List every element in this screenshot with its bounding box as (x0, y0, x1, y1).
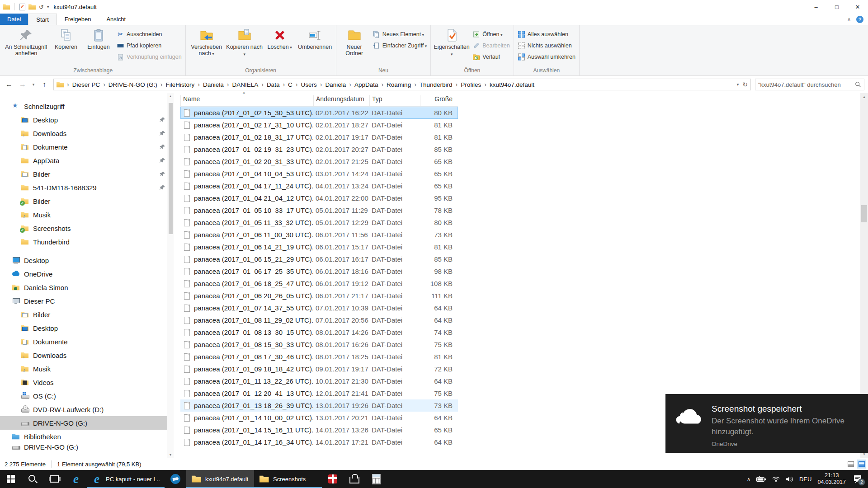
taskbar-button[interactable] (165, 470, 186, 488)
sidebar-item[interactable]: DRIVE-N-GO (G:) (0, 443, 174, 451)
sidebar-item[interactable]: Desktop (0, 253, 174, 267)
taskbar-button[interactable] (322, 470, 344, 488)
paste-button[interactable]: Einfügen (82, 26, 115, 64)
breadcrumb[interactable]: › Dieser PC › DRIVE-N-GO (G:) › FileHist… (53, 79, 751, 90)
refresh-icon[interactable]: ↻ (742, 81, 748, 88)
copy-to-button[interactable]: Kopieren nach (226, 26, 264, 64)
scroll-up-icon[interactable]: ▴ (863, 94, 865, 99)
file-row[interactable]: panacea (2017_01_05 11_33_32 UTC).dat 05… (180, 216, 458, 229)
file-row[interactable]: panacea (2017_01_12 20_41_13 UTC).dat 12… (180, 387, 458, 399)
file-row[interactable]: panacea (2017_01_07 14_37_55 UTC).dat 07… (180, 302, 458, 314)
breadcrumb-item[interactable]: Dieser PC (72, 81, 100, 88)
scroll-down-icon[interactable]: ▾ (170, 453, 171, 457)
sidebar-item[interactable]: DVD-RW-Laufwerk (D:) (0, 403, 174, 416)
file-row[interactable]: panacea (2017_01_02 18_31_17 UTC).dat 02… (180, 131, 458, 143)
select-all-button[interactable]: Alles auswählen (516, 30, 577, 39)
sidebar-item[interactable]: OS (C:) (0, 389, 174, 403)
select-none-button[interactable]: Nichts auswählen (516, 41, 577, 50)
minimize-button[interactable]: – (806, 0, 826, 14)
file-row[interactable]: panacea (2017_01_06 18_25_47 UTC).dat 06… (180, 277, 458, 290)
column-header-size[interactable]: Größe (420, 95, 458, 106)
sidebar-scrollbar[interactable]: ▴ ▾ (167, 93, 174, 458)
file-row[interactable]: panacea (2017_01_08 15_30_33 UTC).dat 08… (180, 338, 458, 351)
file-row[interactable]: panacea (2017_01_02 19_31_23 UTC).dat 02… (180, 143, 458, 155)
new-folder-button[interactable]: Neuer Ordner (338, 26, 371, 64)
taskbar-button[interactable]: e PC kaputt - neuer L... (87, 470, 165, 488)
taskbar-button[interactable] (344, 470, 365, 488)
back-button[interactable]: ← (3, 78, 15, 91)
sidebar-item[interactable]: Thunderbird (0, 235, 174, 249)
scrollbar-thumb[interactable] (861, 205, 867, 222)
search-input[interactable] (758, 81, 855, 88)
details-view-toggle[interactable] (857, 460, 866, 469)
column-header-date[interactable]: Änderungsdatum (313, 95, 369, 106)
file-row[interactable]: panacea (2017_01_02 20_31_33 UTC).dat 02… (180, 155, 458, 168)
breadcrumb-item[interactable]: Roaming (387, 81, 411, 88)
file-row[interactable]: panacea (2017_01_06 11_00_30 UTC).dat 06… (180, 229, 458, 241)
scrollbar-thumb[interactable] (169, 103, 173, 234)
breadcrumb-item[interactable]: Data (267, 81, 280, 88)
up-button[interactable]: ↑ (38, 78, 51, 91)
sidebar-item[interactable]: Videos (0, 375, 174, 389)
wifi-icon[interactable] (772, 476, 780, 482)
search-box[interactable] (755, 79, 864, 90)
pin-to-quick-access-button[interactable]: An Schnellzugriff anheften (3, 26, 50, 64)
file-row[interactable]: panacea (2017_01_11 13_22_26 UTC).dat 10… (180, 375, 458, 387)
customize-qat-icon[interactable]: ▾ (47, 5, 49, 9)
clock[interactable]: 21:13 04.03.2017 (817, 472, 846, 486)
breadcrumb-item[interactable]: C (288, 81, 292, 88)
tab-start[interactable]: Start (28, 14, 57, 25)
breadcrumb-item[interactable]: Profiles (461, 81, 481, 88)
file-row[interactable]: panacea (2017_01_09 18_18_42 UTC).dat 09… (180, 363, 458, 375)
rename-button[interactable]: Umbenennen (296, 26, 334, 64)
forward-button[interactable]: → (16, 78, 29, 91)
properties-qat-icon[interactable] (19, 4, 25, 10)
sidebar-item[interactable]: AppData (0, 154, 174, 167)
file-row[interactable]: panacea (2017_01_04 21_04_12 UTC).dat 04… (180, 192, 458, 204)
invert-selection-button[interactable]: Auswahl umkehren (516, 52, 577, 61)
close-button[interactable]: ✕ (847, 0, 868, 14)
delete-button[interactable]: Löschen (264, 26, 296, 64)
sidebar-item[interactable]: Dieser PC (0, 294, 174, 308)
taskbar-button[interactable]: Screenshots (254, 470, 322, 488)
history-button[interactable]: Verlauf (471, 52, 511, 61)
copy-button[interactable]: Kopieren (50, 26, 82, 64)
onedrive-toast[interactable]: Screenshot gespeichert Der Screenshot wu… (665, 394, 868, 453)
open-button[interactable]: Öffnen (471, 30, 511, 39)
tray-overflow-icon[interactable]: ∧ (747, 476, 750, 482)
breadcrumb-item[interactable]: AppData (354, 81, 378, 88)
taskbar-button[interactable]: kxut94o7.default (186, 470, 254, 488)
sidebar-item[interactable]: DRIVE-N-GO (G:) (0, 416, 174, 430)
file-row[interactable]: panacea (2017_01_06 20_26_05 UTC).dat 06… (180, 290, 458, 302)
new-item-button[interactable]: Neues Element (371, 30, 429, 39)
sidebar-item[interactable]: Dokumente (0, 335, 174, 348)
sidebar-item[interactable]: Daniela Simon (0, 281, 174, 294)
file-row[interactable]: panacea (2017_01_05 10_33_17 UTC).dat 05… (180, 204, 458, 216)
sidebar-item[interactable]: Desktop (0, 321, 174, 335)
breadcrumb-item[interactable]: Daniela (203, 81, 224, 88)
tab-ansicht[interactable]: Ansicht (99, 14, 133, 25)
breadcrumb-item[interactable]: DRIVE-N-GO (G:) (108, 81, 157, 88)
column-header-type[interactable]: Typ (369, 95, 420, 106)
file-row[interactable]: panacea (2017_01_13 18_26_39 UTC).dat 13… (180, 399, 458, 412)
taskbar-button[interactable]: e (65, 470, 87, 488)
sidebar-item[interactable]: Screenshots (0, 221, 174, 235)
breadcrumb-item[interactable]: Users (301, 81, 317, 88)
maximize-button[interactable]: □ (826, 0, 847, 14)
file-row[interactable]: panacea (2017_01_08 11_29_02 UTC).dat 07… (180, 314, 458, 326)
file-row[interactable]: panacea (2017_01_08 17_30_46 UTC).dat 08… (180, 351, 458, 363)
file-row[interactable]: panacea (2017_01_14 17_16_34 UTC).dat 14… (180, 436, 458, 448)
file-row[interactable]: panacea (2017_01_06 17_25_35 UTC).dat 06… (180, 265, 458, 277)
battery-icon[interactable] (756, 476, 766, 482)
properties-button[interactable]: Eigenschaften (433, 26, 471, 64)
breadcrumb-item[interactable]: DANIELA (232, 81, 258, 88)
easy-access-button[interactable]: Einfacher Zugriff (371, 41, 429, 50)
breadcrumb-item[interactable]: FileHistory (166, 81, 195, 88)
file-row[interactable]: panacea (2017_01_04 10_04_53 UTC).dat 03… (180, 168, 458, 180)
tab-datei[interactable]: Datei (0, 14, 28, 25)
file-row[interactable]: panacea (2017_01_04 17_11_24 UTC).dat 04… (180, 180, 458, 192)
collapse-ribbon-icon[interactable]: ∧ (847, 16, 851, 22)
cut-button[interactable]: ✂ Ausschneiden (115, 30, 184, 39)
taskbar-button[interactable] (22, 470, 43, 488)
edit-button[interactable]: Bearbeiten (471, 41, 511, 50)
